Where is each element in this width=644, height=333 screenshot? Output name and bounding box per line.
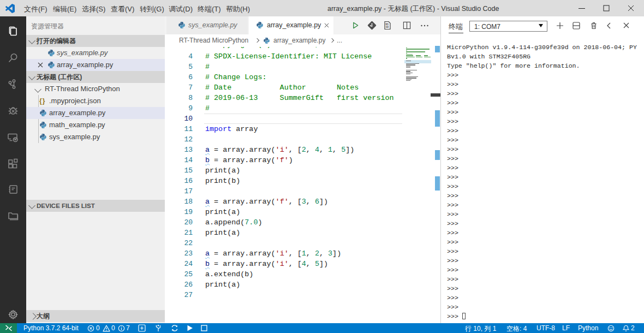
svg-text:10: 10 bbox=[386, 26, 389, 28]
